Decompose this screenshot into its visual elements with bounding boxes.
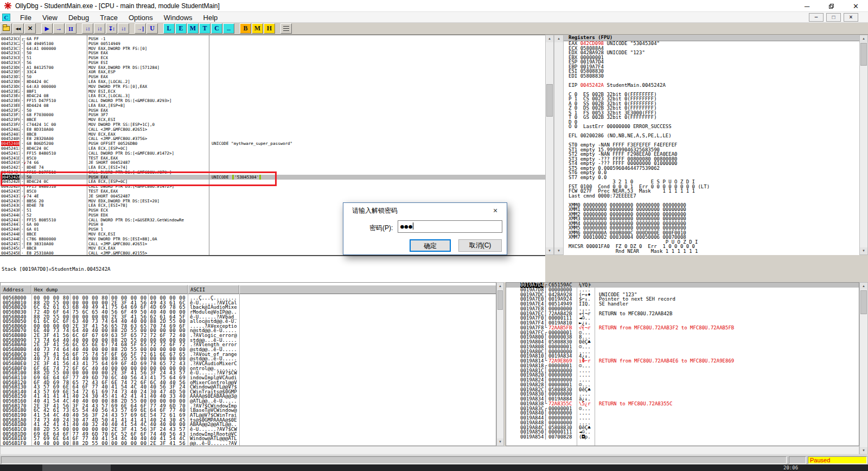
register-line[interactable]: ST6 empty 0.0 [564, 170, 859, 175]
register-line[interactable]: EDI 05808830 [564, 74, 859, 79]
disasm-row[interactable]: 00452421·8D4E 74LEA ECX,[ESI+74] [0, 165, 545, 170]
disasm-row[interactable]: 004523CE·51PUSH ECX [0, 55, 545, 60]
disasm-scrollbar[interactable]: ▲ ▼ [545, 35, 554, 255]
disasm-scroll-thumb[interactable] [546, 84, 553, 117]
disasm-row[interactable]: 004523DC·64:A3 000000MOV DWORD PTR FS:[0… [0, 84, 545, 89]
disasm-row[interactable]: 004523F3·68 F7030000PUSH 3F7 [0, 112, 545, 117]
log-window-button[interactable]: L [163, 23, 175, 34]
scroll-up-icon[interactable]: ▲ [554, 35, 563, 42]
disasm-row[interactable]: 004523F2·50PUSH EAX [0, 108, 545, 113]
disasm-row[interactable]: 00452413·8D4C24 0CLEA ECX,[ESP+0C] [0, 146, 545, 151]
hardware-breakpoints-button[interactable]: H [264, 23, 275, 34]
password-input[interactable]: ●●● [398, 220, 502, 233]
register-line[interactable]: EFL 00200286 (NO,NB,NE,A,S,PE,L,LE) [564, 133, 859, 138]
step-over-button[interactable]: ↓: [94, 23, 105, 34]
disasm-row[interactable]: 004523C0┌·6A FFPUSH -1 [0, 36, 545, 41]
scroll-down-icon[interactable]: ▼ [554, 247, 563, 254]
disasm-row[interactable]: 00452435·85C0TEST EAX,EAX [0, 189, 545, 194]
register-line[interactable]: ESI 05808830 [564, 69, 859, 74]
disasm-row[interactable]: 004523D7·50PUSH EAX [0, 74, 545, 79]
register-line[interactable]: EBX 00000001 [564, 55, 859, 60]
disasm-row[interactable]: 004523E4·8D4C24 08LEA ECX,[LOCAL.3] [0, 93, 545, 98]
disasm-row[interactable]: 004523D5·33C4XOR EAX,ESP [0, 69, 545, 74]
register-line[interactable]: EDX 042BA928 UNICODE "123" [564, 50, 859, 55]
menu-item-trace[interactable]: Trace [94, 12, 123, 23]
menu-item-view[interactable]: View [37, 12, 63, 23]
register-line[interactable]: EBP 0019A7F4 [564, 65, 859, 69]
disasm-row[interactable]: 004523E8·FF15 D47F510CALL DWORD PTR DS:[… [0, 98, 545, 103]
options-list-button[interactable] [280, 23, 292, 34]
menu-item-options[interactable]: Options [123, 12, 158, 23]
disasm-row[interactable]: 00452409·E8 28320A00CALL <JMP.&MFC80U.#3… [0, 136, 545, 141]
scroll-up-icon[interactable]: ▲ [546, 35, 553, 42]
hex-dump-pane[interactable]: Address Hex dump ASCII 0056B00000 00 00 … [0, 282, 496, 446]
dump-scroll-thumb[interactable] [497, 290, 503, 310]
register-line[interactable]: O 0 LastErr 00000000 ERROR_SUCCESS [564, 124, 859, 129]
memory-window-button[interactable]: M [187, 23, 199, 34]
dump-header-address[interactable]: Address [1, 285, 31, 294]
dump-header-hex[interactable]: Hex dump [31, 285, 188, 294]
disasm-row[interactable]: 004523D8·8D4424 0CLEA EAX,[LOCAL.2] [0, 79, 545, 84]
disasm-row[interactable]: 004523CF·56PUSH ESI [0, 60, 545, 65]
restart-button[interactable]: ◀◀ [12, 23, 24, 34]
disasm-row[interactable]: 004523C7·64:A1 000000MOV EAX,DWORD PTR F… [0, 46, 545, 51]
taskbar-app-segment[interactable] [42, 464, 111, 471]
disasm-row[interactable]: 0045241D·85C0TEST EAX,EAX [0, 156, 545, 161]
dump-header-ascii[interactable]: ASCII [188, 285, 239, 294]
disasm-row[interactable]: 004523CD·50PUSH EAX [0, 50, 545, 55]
cpu-window-button[interactable]: C [211, 23, 222, 34]
stack-row[interactable]: 0019A854│00700828(◘p. [506, 435, 859, 440]
close-process-button[interactable]: ✕ [24, 23, 36, 34]
run-button[interactable]: ▶ [41, 23, 53, 34]
disasm-row[interactable]: 004523D0·A1 84125700MOV EAX,DWORD PTR DS… [0, 65, 545, 70]
dialog-close-icon[interactable]: × [484, 203, 506, 218]
trace-into-button[interactable]: ↧: [106, 23, 117, 34]
stack-pane[interactable]: 0019A7D4┌C65159AC¼YQ╞0019A7D8│00000000..… [506, 282, 859, 446]
close-button[interactable]: ✕ [844, 0, 868, 12]
menu-item-help[interactable]: Help [198, 12, 224, 23]
disasm-row[interactable]: 0045240E·68 B06D5200PUSH OFFSET 00526DB0… [0, 141, 545, 146]
more-windows-button[interactable]: ... [223, 23, 234, 34]
register-line[interactable]: T 0 GS 002B 32bit 0(FFFFFFFF) [564, 115, 859, 120]
dump-scrollbar[interactable]: ▲ ▼ [496, 282, 504, 446]
scroll-up-icon[interactable]: ▲ [860, 283, 867, 290]
scroll-down-icon[interactable]: ▼ [860, 447, 867, 454]
threads-window-button[interactable]: T [199, 23, 210, 34]
registers-pane[interactable]: Registers (FPU) EAX 042CD098 UNICODE "53… [564, 35, 859, 255]
stack-scrollbar[interactable]: ▲ ▼ [859, 282, 868, 455]
register-line[interactable]: ST5 empty 0.0005960464477539062 [564, 166, 859, 171]
minimize-button[interactable]: ─ [795, 0, 819, 12]
register-line[interactable]: EAX 042CD098 UNICODE "53045304" [564, 41, 859, 46]
register-line[interactable]: EIP 0045242A StudentMain.0045242A [564, 83, 859, 88]
restore-button[interactable] [819, 0, 844, 12]
disasm-row[interactable]: 004523FA·C74424 1C 00MOV DWORD PTR SS:[E… [0, 122, 545, 127]
disasm-row[interactable]: 004523EE·8D4424 08LEA EAX,[ESP+8] [0, 103, 545, 108]
scroll-down-icon[interactable]: ▼ [860, 247, 867, 254]
run-thread-button[interactable]: → [53, 23, 65, 34]
registers-left-scrollbar[interactable]: ▲ ▼ [554, 35, 564, 255]
disasm-row[interactable]: 0045241F·v74 66JE SHORT 00452487 [0, 160, 545, 165]
cancel-button[interactable]: 取消(C) [458, 239, 502, 252]
registers-scroll-thumb[interactable] [860, 43, 867, 66]
mdi-minimize-button[interactable]: ‒ [809, 13, 824, 22]
disasm-row[interactable]: 004523E2·8BF1MOV ESI,ECX [0, 89, 545, 94]
goto-user-code-button[interactable]: U [146, 23, 158, 34]
menu-item-debug[interactable]: Debug [63, 12, 94, 23]
horizontal-scrollbar[interactable] [0, 446, 859, 455]
register-line[interactable]: ESP 0019A7D4 [564, 60, 859, 65]
disasm-row[interactable]: 00452417·FF15 8480510CALL DWORD PTR DS:[… [0, 151, 545, 156]
register-line[interactable]: Last cmnd 0000:72EEEEE7 [564, 194, 859, 199]
step-into-button[interactable]: ↓: [82, 23, 93, 34]
disasm-row[interactable]: 00452437·v74 4EJE SHORT 00452487 [0, 194, 545, 199]
scroll-down-icon[interactable]: ▼ [546, 247, 553, 254]
mdi-close-button[interactable]: × [844, 13, 858, 22]
register-line[interactable]: Rnd NEAR Mask 1 1 1 1 1 1 [564, 249, 859, 254]
pause-button[interactable]: II [65, 23, 76, 34]
disasm-row[interactable]: 004523F8·8BCEMOV ECX,ESI [0, 117, 545, 122]
menu-item-file[interactable]: File [15, 12, 37, 23]
breakpoints-window-button[interactable]: B [240, 23, 251, 34]
disasm-row[interactable]: 00452407·8BC8MOV ECX,EAX [0, 132, 545, 137]
mdi-restore-button[interactable]: □ [826, 13, 841, 22]
scroll-up-icon[interactable]: ▲ [497, 283, 503, 290]
executables-window-button[interactable]: E [175, 23, 187, 34]
